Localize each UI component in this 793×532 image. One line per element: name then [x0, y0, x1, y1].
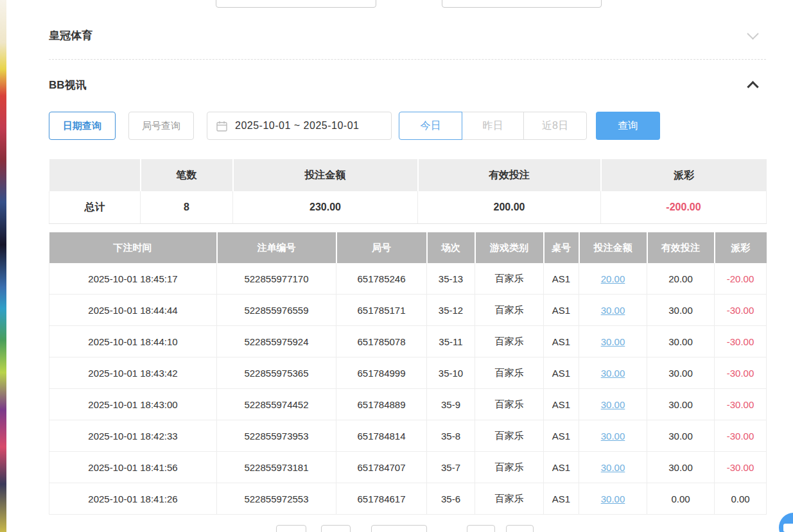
pagination-last-button[interactable]: [506, 525, 534, 532]
cell-payout: -30.00: [715, 452, 767, 483]
cell-game: 百家乐: [475, 357, 544, 389]
pagination-next-button[interactable]: [467, 525, 495, 532]
summary-header-blank: [49, 159, 141, 191]
cell-valid-bet: 30.00: [647, 357, 715, 389]
section-title-crown: 皇冠体育: [49, 28, 92, 43]
main-content: 皇冠体育 BB视讯 日期查询 局号查询 2025-10-01 ~ 2025-10…: [49, 0, 766, 532]
cell-payout: -30.00: [715, 357, 767, 389]
cell-payout: -30.00: [715, 295, 767, 326]
cell-bet-id: 522855973181: [217, 452, 336, 483]
table-row: 2025-10-01 18:43:00 522855974452 6517848…: [49, 389, 767, 420]
bet-amount-link[interactable]: 30.00: [601, 431, 625, 442]
cell-time: 2025-10-01 18:43:42: [49, 357, 217, 389]
cell-game: 百家乐: [475, 483, 544, 515]
cell-game: 百家乐: [475, 389, 544, 420]
cell-time: 2025-10-01 18:45:17: [49, 263, 217, 295]
summary-total-bet-amount: 230.00: [233, 191, 418, 224]
background-art-strip: [0, 0, 6, 532]
summary-header-valid-bet: 有效投注: [418, 159, 601, 191]
cell-session: 35-13: [427, 263, 475, 295]
cell-bet-amount: 20.00: [579, 263, 647, 295]
cell-table: AS1: [544, 326, 579, 357]
cell-game: 百家乐: [475, 420, 544, 452]
summary-total-row: 总计 8 230.00 200.00 -200.00: [49, 191, 767, 224]
summary-total-valid-bet: 200.00: [418, 191, 601, 224]
bet-amount-link[interactable]: 30.00: [601, 305, 625, 316]
cell-valid-bet: 0.00: [647, 483, 715, 515]
today-button[interactable]: 今日: [399, 112, 462, 140]
cell-bet-amount: 30.00: [579, 389, 647, 420]
bet-amount-link[interactable]: 30.00: [601, 368, 625, 379]
cell-session: 35-9: [427, 389, 475, 420]
chevron-up-icon[interactable]: [747, 81, 758, 92]
pagination-first-button[interactable]: [276, 525, 306, 532]
last-8-days-button[interactable]: 近8日: [523, 112, 587, 140]
cell-bet-amount: 30.00: [579, 357, 647, 389]
cell-time: 2025-10-01 18:41:56: [49, 452, 217, 483]
bet-amount-link[interactable]: 30.00: [601, 399, 625, 410]
date-range-picker[interactable]: 2025-10-01 ~ 2025-10-01: [207, 112, 392, 140]
detail-header-payout: 派彩: [715, 232, 767, 263]
pagination-prev-button[interactable]: [321, 525, 351, 532]
cell-payout: 0.00: [715, 483, 767, 515]
cell-table: AS1: [544, 452, 579, 483]
table-row: 2025-10-01 18:45:17 522855977170 6517852…: [49, 263, 767, 295]
cell-bet-amount: 30.00: [579, 326, 647, 357]
search-button[interactable]: 查询: [596, 112, 660, 140]
summary-header-row: 笔数 投注金额 有效投注 派彩: [49, 159, 767, 191]
detail-header-table: 桌号: [544, 232, 579, 263]
cell-payout: -20.00: [715, 263, 767, 295]
cell-session: 35-6: [427, 483, 475, 515]
summary-header-payout: 派彩: [601, 159, 767, 191]
summary-header-count: 笔数: [141, 159, 233, 191]
cell-table: AS1: [544, 420, 579, 452]
bet-amount-link[interactable]: 30.00: [601, 336, 625, 347]
cell-session: 35-12: [427, 295, 475, 326]
round-query-button[interactable]: 局号查询: [128, 112, 194, 140]
cell-session: 35-10: [427, 357, 475, 389]
table-row: 2025-10-01 18:42:33 522855973953 6517848…: [49, 420, 767, 452]
cell-valid-bet: 30.00: [647, 326, 715, 357]
cell-table: AS1: [544, 263, 579, 295]
detail-header-time: 下注时间: [49, 232, 217, 263]
cell-round: 651785171: [336, 295, 427, 326]
detail-table: 下注时间 注单编号 局号 场次 游戏类别 桌号 投注金额 有效投注 派彩 202…: [49, 232, 767, 515]
summary-total-label: 总计: [49, 191, 141, 224]
detail-header-bet-id: 注单编号: [217, 232, 336, 263]
detail-header-bet: 投注金额: [579, 232, 647, 263]
cell-bet-amount: 30.00: [579, 452, 647, 483]
cell-valid-bet: 30.00: [647, 389, 715, 420]
bet-amount-link[interactable]: 20.00: [601, 273, 625, 284]
bet-amount-link[interactable]: 30.00: [601, 493, 625, 504]
cell-session: 35-11: [427, 326, 475, 357]
date-query-button[interactable]: 日期查询: [49, 112, 116, 140]
section-bb-video[interactable]: BB视讯: [49, 75, 766, 94]
quick-date-group: 今日 昨日 近8日: [399, 112, 588, 140]
detail-header-valid: 有效投注: [647, 232, 715, 263]
cell-session: 35-8: [427, 420, 475, 452]
yesterday-button[interactable]: 昨日: [462, 112, 524, 140]
bet-amount-link[interactable]: 30.00: [601, 462, 625, 473]
cell-time: 2025-10-01 18:44:44: [49, 295, 217, 326]
pagination: [49, 525, 766, 532]
customer-service-button[interactable]: [779, 513, 793, 532]
summary-header-bet-amount: 投注金额: [233, 159, 418, 191]
table-row: 2025-10-01 18:44:44 522855976559 6517851…: [49, 295, 767, 326]
detail-header-row: 下注时间 注单编号 局号 场次 游戏类别 桌号 投注金额 有效投注 派彩: [49, 232, 767, 263]
section-crown-sports[interactable]: 皇冠体育: [49, 26, 766, 45]
chevron-down-icon[interactable]: [747, 28, 758, 39]
cell-bet-id: 522855974452: [217, 389, 336, 420]
cell-valid-bet: 20.00: [647, 263, 715, 295]
cell-bet-id: 522855975365: [217, 357, 336, 389]
cell-round: 651785078: [336, 326, 427, 357]
cell-bet-id: 522855972553: [217, 483, 336, 515]
cell-bet-id: 522855973953: [217, 420, 336, 452]
cell-time: 2025-10-01 18:43:00: [49, 389, 217, 420]
pagination-page-input[interactable]: [371, 525, 427, 532]
cell-game: 百家乐: [475, 452, 544, 483]
cell-table: AS1: [544, 389, 579, 420]
cell-game: 百家乐: [475, 326, 544, 357]
filter-row: 日期查询 局号查询 2025-10-01 ~ 2025-10-01 今日 昨日 …: [49, 112, 766, 140]
cell-valid-bet: 30.00: [647, 452, 715, 483]
date-range-value: 2025-10-01 ~ 2025-10-01: [235, 120, 359, 132]
